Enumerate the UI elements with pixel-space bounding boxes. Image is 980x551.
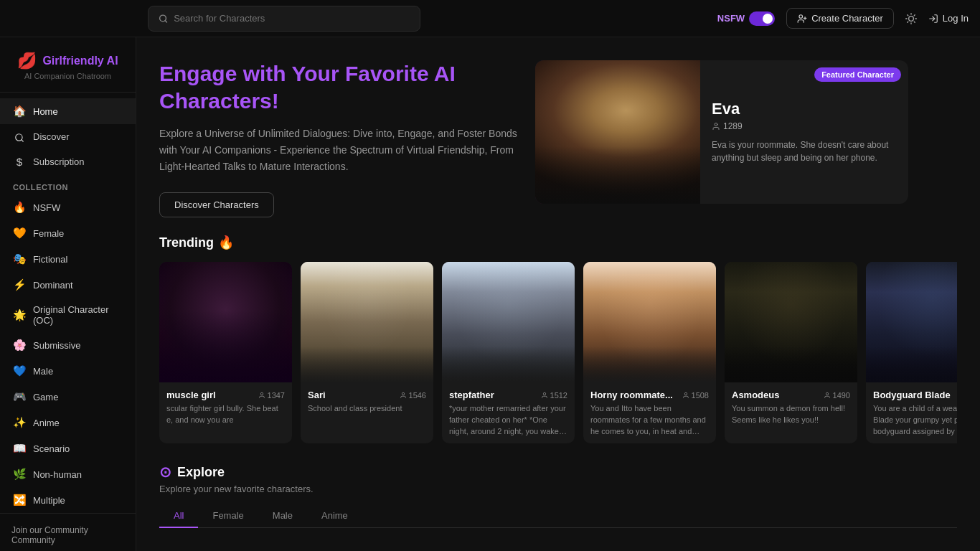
theme-toggle-icon[interactable] — [905, 12, 917, 25]
sidebar-scenario-label: Scenario — [33, 443, 70, 454]
sidebar-item-oc[interactable]: 🌟 Original Character (OC) — [0, 298, 136, 332]
search-bar[interactable] — [148, 6, 420, 32]
sidebar-item-scenario[interactable]: 📖 Scenario — [0, 435, 136, 461]
explore-tab-female[interactable]: Female — [198, 504, 258, 528]
nav-subscription-label: Subscription — [33, 156, 85, 167]
char-card-3[interactable]: Horny roommate... 1508 You and Itto have… — [583, 262, 716, 443]
sidebar-item-multiple[interactable]: 🔀 Multiple — [0, 487, 136, 513]
app-tagline: AI Companion Chatroom — [24, 72, 111, 80]
login-label: Log In — [943, 13, 969, 24]
nav-discover[interactable]: Discover — [0, 124, 136, 149]
char-card-0[interactable]: muscle girl 1347 scular fighter girl bul… — [159, 262, 292, 443]
sidebar-item-fictional[interactable]: 🎭 Fictional — [0, 246, 136, 272]
male-icon: 💙 — [13, 364, 26, 377]
hero-text: Engage with Your Favorite AI Characters!… — [159, 60, 518, 217]
nsfw-icon: 🔥 — [13, 201, 26, 214]
card-3-desc: You and Itto have been roommates for a f… — [590, 403, 709, 438]
sidebar-item-game[interactable]: 🎮 Game — [0, 384, 136, 410]
svg-line-9 — [914, 22, 915, 23]
svg-line-16 — [22, 140, 24, 142]
nsfw-toggle[interactable] — [749, 11, 775, 26]
card-4-count: 1490 — [824, 391, 850, 400]
sidebar-nsfw-label: NSFW — [33, 202, 60, 213]
card-5-desc: You are a child of a wealthy man. Blade … — [873, 403, 957, 438]
featured-card[interactable]: Featured Character Eva 1289 Eva is your … — [535, 60, 908, 204]
svg-line-8 — [908, 15, 908, 16]
sidebar-item-anime[interactable]: ✨ Anime — [0, 410, 136, 435]
sidebar-item-dominant[interactable]: ⚡ Dominant — [0, 272, 136, 298]
explore-tab-male[interactable]: Male — [258, 504, 307, 528]
nsfw-label: NSFW — [717, 13, 745, 24]
featured-info: Eva 1289 Eva is your roommate. She doesn… — [700, 60, 908, 204]
login-icon — [928, 14, 938, 24]
card-3-count: 1508 — [682, 391, 709, 400]
female-icon: 🧡 — [13, 227, 26, 240]
featured-char-name: Eva — [712, 100, 897, 118]
create-character-button[interactable]: Create Character — [786, 8, 894, 29]
card-1-desc: School and class president — [308, 403, 426, 415]
sidebar-multiple-label: Multiple — [33, 495, 65, 506]
svg-point-18 — [260, 392, 263, 395]
main-layout: 💋 Girlfriendly AI AI Companion Chatroom … — [0, 37, 980, 551]
explore-section: ⊙ Explore Explore your new favorite char… — [136, 463, 980, 545]
featured-badge: Featured Character — [814, 67, 901, 82]
join-community-label: Join our Community Community — [11, 525, 124, 545]
search-input[interactable] — [174, 13, 410, 24]
sidebar: 💋 Girlfriendly AI AI Companion Chatroom … — [0, 37, 136, 551]
login-button[interactable]: Log In — [928, 13, 969, 24]
discover-characters-button[interactable]: Discover Characters — [159, 192, 274, 217]
sidebar-female-label: Female — [33, 228, 64, 239]
sidebar-fictional-label: Fictional — [33, 254, 67, 265]
nav-subscription[interactable]: $ Subscription — [0, 149, 136, 174]
explore-subtitle: Explore your new favorite characters. — [159, 484, 957, 494]
sidebar-submissive-label: Submissive — [33, 340, 80, 351]
char-card-1[interactable]: Sari 1546 School and class president — [301, 262, 433, 443]
card-2-body: stepfather 1512 *your mother remarried a… — [442, 382, 575, 443]
game-icon: 🎮 — [13, 390, 26, 403]
card-1-header: Sari 1546 — [308, 390, 426, 400]
char-card-2[interactable]: stepfather 1512 *your mother remarried a… — [442, 262, 575, 443]
svg-point-17 — [715, 123, 717, 126]
nonhuman-icon: 🌿 — [13, 468, 26, 481]
sidebar-item-female[interactable]: 🧡 Female — [0, 220, 136, 246]
sidebar-item-nsfw[interactable]: 🔥 NSFW — [0, 194, 136, 220]
card-4-desc: You summon a demon from hell! Seems like… — [732, 403, 850, 426]
trending-section: Trending 🔥 muscle girl — [136, 235, 980, 463]
hero-description: Explore a Universe of Unlimited Dialogue… — [159, 126, 518, 175]
nav-discover-label: Discover — [33, 131, 70, 142]
explore-tab-anime[interactable]: Anime — [307, 504, 362, 528]
nsfw-toggle-wrap[interactable]: NSFW — [717, 11, 775, 26]
sidebar-item-nonhuman[interactable]: 🌿 Non-human — [0, 461, 136, 487]
nav-home[interactable]: 🏠 Home — [0, 98, 136, 124]
svg-point-21 — [684, 392, 687, 395]
explore-tab-all[interactable]: All — [159, 504, 198, 528]
main-content: Engage with Your Favorite AI Characters!… — [136, 37, 980, 551]
svg-line-1 — [165, 20, 166, 22]
svg-point-5 — [909, 17, 914, 22]
scenario-icon: 📖 — [13, 442, 26, 455]
char-card-4[interactable]: Asmodeus 1490 You summon a demon from he… — [725, 262, 857, 443]
card-4-body: Asmodeus 1490 You summon a demon from he… — [725, 382, 857, 432]
card-1-body: Sari 1546 School and class president — [301, 382, 433, 420]
collection-label: Collection — [0, 174, 136, 194]
logo-area: 💋 Girlfriendly AI AI Companion Chatroom — [0, 46, 136, 93]
subscription-icon: $ — [13, 156, 26, 168]
explore-title: ⊙ Explore — [159, 463, 957, 481]
nav-home-label: Home — [33, 106, 58, 117]
hero-section: Engage with Your Favorite AI Characters!… — [136, 37, 980, 235]
card-2-count: 1512 — [541, 391, 567, 400]
discover-icon — [13, 131, 26, 143]
hero-title: Engage with Your Favorite AI Characters! — [159, 60, 518, 114]
person-icon — [712, 122, 720, 131]
create-char-label: Create Character — [811, 13, 883, 24]
svg-line-13 — [914, 15, 915, 16]
sidebar-dominant-label: Dominant — [33, 280, 73, 291]
sidebar-item-submissive[interactable]: 🌸 Submissive — [0, 332, 136, 358]
char-card-5[interactable]: Bodyguard Blade 1480 You are a child of … — [866, 262, 957, 443]
card-3-body: Horny roommate... 1508 You and Itto have… — [583, 382, 716, 443]
sidebar-item-male[interactable]: 💙 Male — [0, 358, 136, 384]
logo-row: 💋 Girlfriendly AI — [17, 52, 118, 70]
fictional-icon: 🎭 — [13, 253, 26, 265]
search-icon — [159, 14, 168, 24]
card-1-name: Sari — [308, 390, 326, 400]
